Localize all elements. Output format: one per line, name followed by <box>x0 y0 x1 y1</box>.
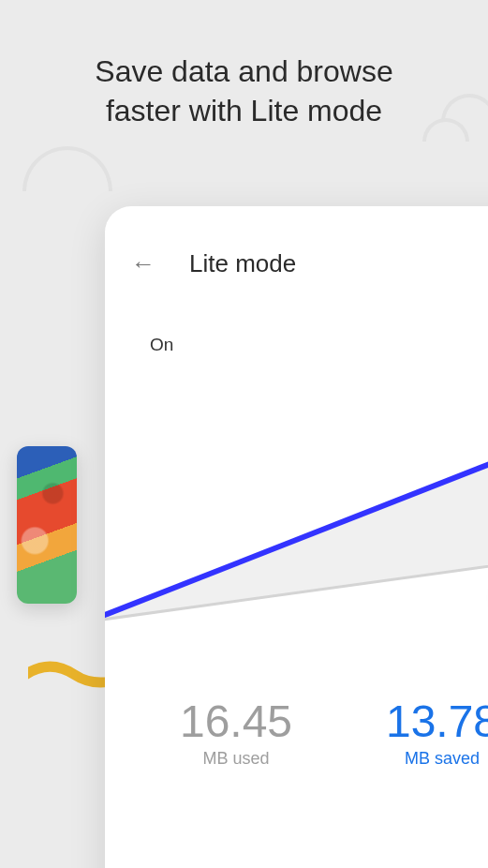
stat-used-label: MB used <box>180 749 292 769</box>
toggle-label: On <box>150 335 173 355</box>
artwork-thumbnail <box>17 446 77 604</box>
headline-line1: Save data and browse <box>0 52 488 92</box>
headline-line2: faster with Lite mode <box>0 92 488 131</box>
stat-used-value: 16.45 <box>180 696 292 747</box>
data-savings-chart <box>105 394 488 628</box>
card-title: Lite mode <box>189 249 296 278</box>
stat-used: 16.45 MB used <box>180 696 292 769</box>
headline: Save data and browse faster with Lite mo… <box>0 0 488 130</box>
lite-mode-card: ← Lite mode On 16.45 MB used <box>105 206 488 868</box>
stat-saved-label: MB saved <box>386 749 488 769</box>
back-arrow-icon[interactable]: ← <box>131 249 155 278</box>
stat-saved: 13.78 MB saved <box>386 696 488 769</box>
stats-row: 16.45 MB used 13.78 MB saved <box>105 696 488 769</box>
cloud-decoration-left <box>22 146 112 191</box>
card-header: ← Lite mode <box>105 206 488 305</box>
stat-saved-value: 13.78 <box>386 696 488 747</box>
cloud-decoration-right <box>432 94 488 141</box>
toggle-row: On <box>105 305 488 385</box>
